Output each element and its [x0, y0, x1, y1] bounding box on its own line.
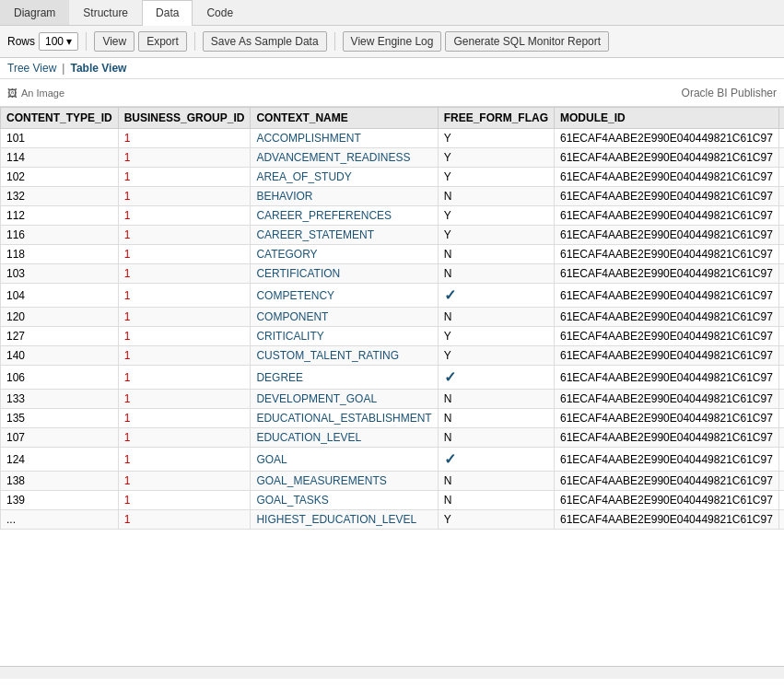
logo-icon: 🖼 — [7, 87, 18, 99]
cell-context-name: ADVANCEMENT_READINESS — [251, 148, 438, 168]
table-row: 1321BEHAVIORN61ECAF4AABE2E990E040449821C… — [1, 187, 785, 206]
cell-object-version: 1 — [778, 472, 784, 491]
cell-free-form-flag: Y — [438, 510, 554, 530]
view-engine-button[interactable]: View Engine Log — [343, 31, 442, 52]
cell-content-type-id: 102 — [1, 168, 119, 187]
tab-structure[interactable]: Structure — [69, 0, 142, 25]
cell-content-type-id: 138 — [1, 472, 119, 491]
data-table-container: CONTENT_TYPE_ID BUSINESS_GROUP_ID CONTEX… — [0, 107, 784, 666]
cell-free-form-flag: ✓ — [438, 366, 554, 390]
cell-module-id: 61ECAF4AABE2E990E040449821C61C97 — [555, 148, 779, 168]
cell-business-group-id: 1 — [118, 245, 251, 264]
cell-object-version: 1 — [778, 409, 784, 428]
cell-object-version: 1 — [778, 366, 784, 390]
top-tab-bar: Diagram Structure Data Code — [0, 0, 784, 26]
cell-content-type-id: 118 — [1, 245, 119, 264]
cell-object-version: 1 — [778, 284, 784, 308]
cell-context-name: GOAL_TASKS — [251, 491, 438, 510]
cell-module-id: 61ECAF4AABE2E990E040449821C61C97 — [555, 264, 779, 284]
cell-content-type-id: 139 — [1, 491, 119, 510]
cell-business-group-id: 1 — [118, 187, 251, 206]
save-sample-button[interactable]: Save As Sample Data — [203, 31, 327, 52]
cell-object-version: 1 — [778, 187, 784, 206]
cell-content-type-id: 116 — [1, 226, 119, 245]
cell-free-form-flag: N — [438, 491, 554, 510]
cell-content-type-id: 132 — [1, 187, 119, 206]
table-header-row: CONTENT_TYPE_ID BUSINESS_GROUP_ID CONTEX… — [1, 108, 785, 129]
table-row: 1391GOAL_TASKSN61ECAF4AABE2E990E04044982… — [1, 491, 785, 510]
cell-context-name: CRITICALITY — [251, 327, 438, 346]
table-row: 1181CATEGORYN61ECAF4AABE2E990E040449821C… — [1, 245, 785, 264]
cell-module-id: 61ECAF4AABE2E990E040449821C61C97 — [555, 428, 779, 448]
table-row: 1381GOAL_MEASUREMENTSN61ECAF4AABE2E990E0… — [1, 472, 785, 491]
cell-free-form-flag: ✓ — [438, 284, 554, 308]
cell-module-id: 61ECAF4AABE2E990E040449821C61C97 — [555, 226, 779, 245]
table-row: 1161CAREER_STATEMENTY61ECAF4AABE2E990E04… — [1, 226, 785, 245]
tab-data[interactable]: Data — [142, 0, 193, 26]
cell-content-type-id: 106 — [1, 366, 119, 390]
cell-context-name: AREA_OF_STUDY — [251, 168, 438, 187]
toolbar: Rows 100 ▾ View Export Save As Sample Da… — [0, 26, 784, 58]
rows-label: Rows — [7, 35, 35, 48]
cell-context-name: CUSTOM_TALENT_RATING — [251, 346, 438, 366]
cell-context-name: COMPETENCY — [251, 284, 438, 308]
cell-business-group-id: 1 — [118, 510, 251, 530]
cell-business-group-id: 1 — [118, 491, 251, 510]
table-row: 1331DEVELOPMENT_GOALN61ECAF4AABE2E990E04… — [1, 390, 785, 409]
cell-context-name: GOAL_MEASUREMENTS — [251, 472, 438, 491]
cell-free-form-flag: N — [438, 390, 554, 409]
table-row: 1011ACCOMPLISHMENTY61ECAF4AABE2E990E0404… — [1, 129, 785, 148]
cell-module-id: 61ECAF4AABE2E990E040449821C61C97 — [555, 284, 779, 308]
cell-business-group-id: 1 — [118, 327, 251, 346]
cell-context-name: CATEGORY — [251, 245, 438, 264]
cell-object-version: 1 — [778, 129, 784, 148]
cell-free-form-flag: N — [438, 428, 554, 448]
cell-module-id: 61ECAF4AABE2E990E040449821C61C97 — [555, 448, 779, 472]
sep-1 — [86, 32, 87, 51]
logo-text: An Image — [21, 87, 64, 99]
tab-code[interactable]: Code — [193, 0, 247, 25]
cell-content-type-id: 104 — [1, 284, 119, 308]
cell-business-group-id: 1 — [118, 390, 251, 409]
cell-module-id: 61ECAF4AABE2E990E040449821C61C97 — [555, 327, 779, 346]
cell-content-type-id: 114 — [1, 148, 119, 168]
cell-content-type-id: 127 — [1, 327, 119, 346]
cell-module-id: 61ECAF4AABE2E990E040449821C61C97 — [555, 409, 779, 428]
cell-module-id: 61ECAF4AABE2E990E040449821C61C97 — [555, 510, 779, 530]
table-row: 1061DEGREE✓61ECAF4AABE2E990E040449821C61… — [1, 366, 785, 390]
view-button[interactable]: View — [94, 31, 135, 52]
check-icon: ✓ — [444, 451, 456, 467]
tree-view-link[interactable]: Tree View — [7, 62, 56, 75]
rows-dropdown[interactable]: 100 ▾ — [39, 32, 78, 51]
tab-diagram[interactable]: Diagram — [0, 0, 69, 25]
cell-business-group-id: 1 — [118, 226, 251, 245]
cell-context-name: CAREER_PREFERENCES — [251, 206, 438, 226]
cell-object-version: 1 — [778, 245, 784, 264]
cell-free-form-flag: N — [438, 308, 554, 327]
cell-object-version: 1 — [778, 168, 784, 187]
table-view-link[interactable]: Table View — [70, 62, 126, 75]
export-button[interactable]: Export — [138, 31, 187, 52]
cell-business-group-id: 1 — [118, 409, 251, 428]
cell-module-id: 61ECAF4AABE2E990E040449821C61C97 — [555, 245, 779, 264]
cell-context-name: ACCOMPLISHMENT — [251, 129, 438, 148]
rows-control: Rows 100 ▾ — [7, 32, 78, 51]
cell-object-version: 1 — [778, 308, 784, 327]
table-row: 1021AREA_OF_STUDYY61ECAF4AABE2E990E04044… — [1, 168, 785, 187]
cell-object-version: 1 — [778, 148, 784, 168]
cell-context-name: GOAL — [251, 448, 438, 472]
cell-module-id: 61ECAF4AABE2E990E040449821C61C97 — [555, 366, 779, 390]
table-row: 1031CERTIFICATIONN61ECAF4AABE2E990E04044… — [1, 264, 785, 284]
table-row: 1201COMPONENTN61ECAF4AABE2E990E040449821… — [1, 308, 785, 327]
cell-context-name: DEVELOPMENT_GOAL — [251, 390, 438, 409]
table-row: ...1HIGHEST_EDUCATION_LEVELY61ECAF4AABE2… — [1, 510, 785, 530]
bottom-scrollbar[interactable] — [0, 666, 784, 679]
cell-object-version: 1 — [778, 491, 784, 510]
cell-context-name: HIGHEST_EDUCATION_LEVEL — [251, 510, 438, 530]
cell-business-group-id: 1 — [118, 206, 251, 226]
col-free-form-flag: FREE_FORM_FLAG — [438, 108, 554, 129]
generate-sql-button[interactable]: Generate SQL Monitor Report — [445, 31, 609, 52]
cell-business-group-id: 1 — [118, 346, 251, 366]
cell-module-id: 61ECAF4AABE2E990E040449821C61C97 — [555, 390, 779, 409]
cell-business-group-id: 1 — [118, 472, 251, 491]
